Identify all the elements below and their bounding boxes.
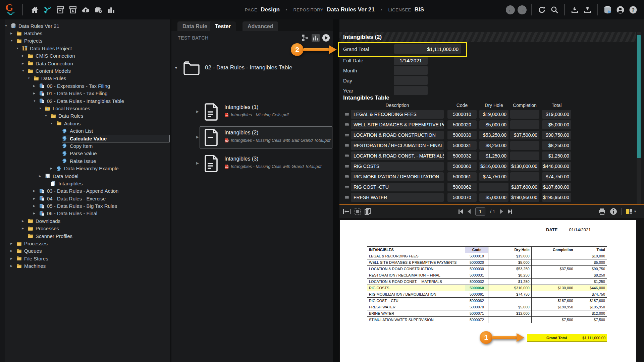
database-icon[interactable]	[603, 5, 612, 14]
tab-tester[interactable]: Tester	[210, 21, 236, 31]
collapsed-arrow-icon[interactable]: ▶	[22, 54, 28, 57]
forward-button[interactable]: →	[518, 5, 527, 14]
collapsed-arrow-icon[interactable]: ▶	[22, 220, 28, 223]
expanded-arrow-icon[interactable]: ▼	[28, 77, 33, 80]
row-drag-handle-icon[interactable]	[345, 186, 349, 188]
cell-dry[interactable]: $19,000.00	[479, 110, 508, 119]
collapsed-arrow-icon[interactable]: ▶	[33, 197, 39, 200]
help-icon[interactable]: ?	[629, 5, 637, 14]
vertical-scrollbar[interactable]	[637, 32, 641, 204]
tree-item-file-stores[interactable]: ▶File Stores	[5, 255, 170, 262]
collapsed-arrow-icon[interactable]: ▶	[10, 249, 16, 252]
stats-icon[interactable]	[107, 5, 115, 14]
download-icon[interactable]	[570, 5, 579, 14]
field-input-month[interactable]	[394, 66, 428, 75]
hierarchy-icon[interactable]	[301, 34, 309, 42]
row-drag-handle-icon[interactable]	[345, 123, 349, 126]
cell-total[interactable]: $8,250.00	[542, 141, 571, 150]
expanded-arrow-icon[interactable]: ▼	[16, 47, 22, 50]
tree-item-processes[interactable]: ▶Processes	[5, 240, 170, 247]
tree-item-02-data-rules-intangibles-table[interactable]: ▼02 - Data Rules - Intangibles Table	[5, 97, 170, 105]
user-icon[interactable]	[616, 5, 625, 14]
collapsed-arrow-icon[interactable]: ▶	[10, 32, 16, 35]
cell-comp[interactable]: $37,500.00	[510, 131, 539, 139]
expanded-arrow-icon[interactable]: ▼	[39, 107, 45, 110]
collapsed-arrow-icon[interactable]: ▶	[33, 204, 39, 207]
collapsed-arrow-icon[interactable]: ▶	[196, 135, 199, 139]
cell-comp[interactable]: $187,600.00	[510, 183, 539, 191]
search-icon[interactable]	[550, 5, 559, 14]
cell-code[interactable]: 5000020	[447, 120, 477, 129]
expanded-arrow-icon[interactable]: ▼	[45, 114, 50, 117]
cell-code[interactable]: 5000010	[447, 110, 477, 119]
back-button[interactable]: ←	[506, 5, 515, 14]
tree-item-data-hierarchy-example[interactable]: ▶Data Hierarchy Example	[5, 165, 170, 172]
cloud-import-icon[interactable]	[81, 5, 90, 14]
select-region-icon[interactable]	[354, 208, 361, 215]
row-drag-handle-icon[interactable]	[345, 175, 349, 178]
cell-total[interactable]: $195,950.00	[542, 193, 571, 202]
row-drag-handle-icon[interactable]	[345, 144, 349, 147]
expanded-arrow-icon[interactable]: ▼	[33, 100, 39, 103]
cell-desc[interactable]: RESTORATION / RECLAIMATION - FINAL	[351, 141, 444, 150]
home-icon[interactable]	[30, 5, 39, 14]
collapsed-arrow-icon[interactable]: ▶	[33, 92, 39, 95]
cell-dry[interactable]: $5,000.00	[479, 120, 508, 129]
tree-item-data-connection[interactable]: ▶Data Connection	[5, 60, 170, 67]
cell-total[interactable]: $1,250.00	[542, 152, 571, 160]
batch-process-icon[interactable]	[68, 5, 77, 14]
tree-item-data-rules-project[interactable]: ▼Data Rules Project	[5, 45, 170, 52]
collapsed-arrow-icon[interactable]: ▶	[50, 167, 56, 170]
tree-item-local-resources[interactable]: ▼Local Resources	[5, 105, 170, 112]
cell-dry[interactable]	[479, 183, 508, 191]
tree-item-processes[interactable]: ▶Processes	[5, 225, 170, 232]
cell-total[interactable]: $187,600.00	[542, 183, 571, 191]
next-page-button[interactable]	[500, 209, 503, 214]
first-page-button[interactable]	[459, 209, 463, 214]
tree-item-data-rules-ver-21[interactable]: ▼Data Rules Ver 21	[5, 22, 170, 29]
document-item-intangibles-2[interactable]: Intangibles (2)PDFIntangibles - Missing …	[200, 126, 332, 148]
row-drag-handle-icon[interactable]	[345, 134, 349, 136]
refresh-icon[interactable]	[537, 5, 546, 14]
cell-comp[interactable]	[510, 141, 539, 150]
collapsed-arrow-icon[interactable]: ▶	[33, 189, 39, 192]
expanded-arrow-icon[interactable]: ▼	[22, 69, 28, 72]
row-drag-handle-icon[interactable]	[345, 113, 349, 116]
tree-item-00-expressions-tax-filing[interactable]: ▶00 - Expressions - Tax Filing	[5, 82, 170, 89]
collapsed-arrow-icon[interactable]: ▶	[10, 257, 16, 260]
row-drag-handle-icon[interactable]	[345, 165, 349, 168]
repository-value[interactable]: Data Rules Ver 21	[327, 6, 375, 13]
collapsed-arrow-icon[interactable]: ▶	[39, 175, 45, 178]
tree-item-projects[interactable]: ▼Projects	[5, 37, 170, 45]
tree-item-data-rules[interactable]: ▼Data Rules	[5, 75, 170, 82]
cell-code[interactable]: 5000070	[447, 193, 477, 202]
collapsed-arrow-icon[interactable]: ▶	[22, 227, 28, 230]
cell-dry[interactable]: $53,250.00	[479, 131, 508, 139]
cell-desc[interactable]: LEGAL & RECORDING FEES	[351, 110, 444, 119]
tree-item-data-rules[interactable]: ▼Data Rules	[5, 112, 170, 120]
collapsed-arrow-icon[interactable]: ▶	[10, 242, 16, 245]
tree-item-03-data-rules-append-action[interactable]: ▶03 - Data Rules - Append Action	[5, 187, 170, 195]
cell-comp[interactable]: $190,950.00	[510, 193, 539, 202]
cell-desc[interactable]: LOCATION & ROAD CONSTRUCTION	[351, 131, 444, 139]
cell-code[interactable]: 5000062	[447, 183, 477, 191]
tree-item-content-models[interactable]: ▼Content Models	[5, 67, 170, 74]
tree-item-scanner-profiles[interactable]: Scanner Profiles	[5, 232, 170, 240]
tree-item-data-model[interactable]: ▶Data Model	[5, 172, 170, 180]
grooper-logo-icon[interactable]: G	[5, 3, 17, 16]
run-icon[interactable]	[322, 34, 330, 42]
page-value[interactable]: Design	[261, 6, 280, 13]
cell-desc[interactable]: LOCATION & ROAD CONST. - MATERIALS	[351, 152, 444, 160]
cell-total[interactable]: $446,000.00	[542, 162, 571, 171]
cell-code[interactable]: 5000031	[447, 141, 477, 150]
expanded-arrow-icon[interactable]: ▼	[174, 66, 180, 70]
tree-item-01-data-rules-tax-filing[interactable]: ▶01 - Data Rules - Tax Filing	[5, 90, 170, 97]
cell-code[interactable]: 5000060	[447, 162, 477, 171]
layout-options-dropdown[interactable]: ▼	[626, 208, 637, 215]
cell-desc[interactable]: RIG COST -CTU	[351, 183, 444, 191]
cell-dry[interactable]: $316,000.00	[479, 162, 508, 171]
tree-item-intangibles[interactable]: Intangibles	[5, 180, 170, 187]
collapsed-arrow-icon[interactable]: ▶	[33, 84, 39, 87]
chart-toggle-icon[interactable]	[312, 34, 320, 42]
tree-item-downloads[interactable]: ▶Downloads	[5, 217, 170, 225]
